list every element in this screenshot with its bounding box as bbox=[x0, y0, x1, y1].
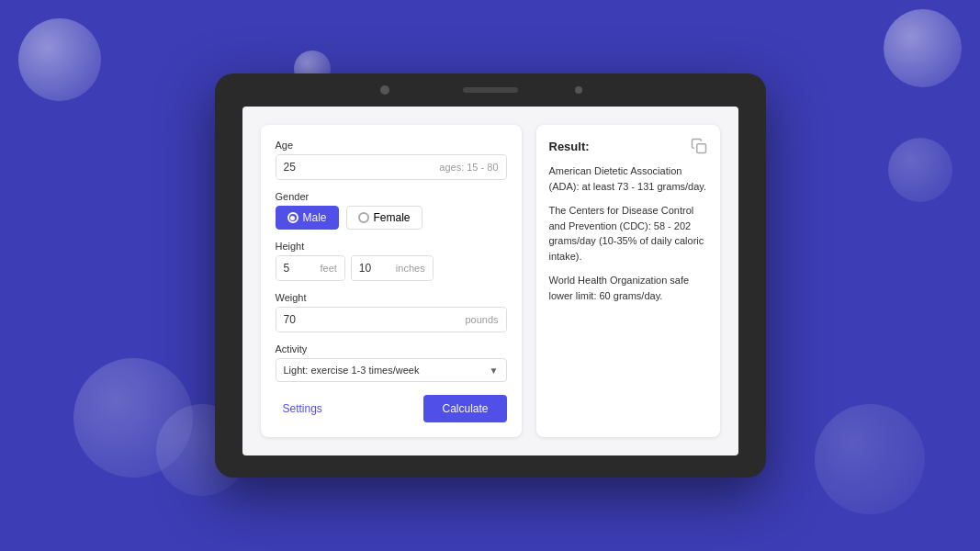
age-hint: ages: 15 - 80 bbox=[432, 156, 505, 178]
tablet-screen: Age ages: 15 - 80 Gender Male Female bbox=[242, 107, 738, 455]
male-radio-dot bbox=[287, 212, 299, 223]
background-bubble-3 bbox=[884, 9, 962, 87]
age-input[interactable] bbox=[276, 155, 433, 179]
result-header: Result: bbox=[549, 138, 707, 154]
weight-field-row: pounds bbox=[276, 307, 507, 332]
copy-icon[interactable] bbox=[691, 138, 707, 154]
gender-row: Male Female bbox=[276, 206, 507, 230]
height-inches-field: inches bbox=[351, 255, 434, 281]
calculate-button[interactable]: Calculate bbox=[423, 395, 506, 422]
gender-field-group: Gender Male Female bbox=[276, 191, 507, 230]
activity-select-wrapper: Sedentary: little or no exercise Light: … bbox=[276, 358, 507, 382]
height-field-group: Height feet inches bbox=[276, 241, 507, 281]
age-field-group: Age ages: 15 - 80 bbox=[276, 140, 507, 180]
age-field-row: ages: 15 - 80 bbox=[276, 154, 507, 180]
form-panel: Age ages: 15 - 80 Gender Male Female bbox=[261, 125, 522, 437]
result-panel: Result: American Dietetic Association (A… bbox=[536, 125, 720, 437]
gender-female-option[interactable]: Female bbox=[346, 206, 422, 230]
settings-button[interactable]: Settings bbox=[276, 397, 330, 421]
gender-male-option[interactable]: Male bbox=[276, 206, 339, 230]
background-bubble-1 bbox=[18, 18, 101, 101]
weight-field-group: Weight pounds bbox=[276, 292, 507, 332]
result-text-2: The Centers for Disease Control and Prev… bbox=[549, 203, 707, 264]
female-radio-dot bbox=[358, 212, 369, 223]
gender-male-label: Male bbox=[303, 211, 327, 224]
age-label: Age bbox=[276, 140, 507, 151]
result-block-1: American Dietetic Association (ADA): at … bbox=[549, 163, 707, 194]
tablet-speaker bbox=[463, 87, 518, 93]
gender-female-label: Female bbox=[374, 211, 411, 224]
height-inches-unit: inches bbox=[389, 257, 433, 279]
height-feet-unit: feet bbox=[313, 257, 344, 279]
height-inches-input[interactable] bbox=[352, 256, 389, 280]
tablet-device: Age ages: 15 - 80 Gender Male Female bbox=[215, 73, 766, 478]
height-row: feet inches bbox=[276, 255, 507, 281]
tablet-sensor bbox=[575, 86, 582, 94]
result-title: Result: bbox=[549, 140, 590, 153]
height-label: Height bbox=[276, 241, 507, 252]
background-bubble-7 bbox=[888, 138, 952, 202]
weight-label: Weight bbox=[276, 292, 507, 303]
svg-rect-0 bbox=[696, 144, 705, 153]
tablet-front-camera bbox=[380, 85, 389, 95]
result-text-3: World Health Organization safe lower lim… bbox=[549, 273, 707, 303]
tablet-top-bar bbox=[215, 73, 766, 107]
background-bubble-6 bbox=[815, 404, 925, 514]
result-block-3: World Health Organization safe lower lim… bbox=[549, 273, 707, 303]
gender-label: Gender bbox=[276, 191, 507, 202]
result-text-1: American Dietetic Association (ADA): at … bbox=[549, 163, 707, 194]
weight-unit: pounds bbox=[457, 309, 505, 331]
weight-input[interactable] bbox=[276, 308, 458, 332]
height-feet-field: feet bbox=[276, 255, 345, 281]
activity-field-group: Activity Sedentary: little or no exercis… bbox=[276, 343, 507, 382]
activity-label: Activity bbox=[276, 343, 507, 354]
button-row: Settings Calculate bbox=[276, 395, 507, 422]
activity-select[interactable]: Sedentary: little or no exercise Light: … bbox=[276, 359, 506, 381]
height-feet-input[interactable] bbox=[276, 256, 313, 280]
result-block-2: The Centers for Disease Control and Prev… bbox=[549, 203, 707, 264]
